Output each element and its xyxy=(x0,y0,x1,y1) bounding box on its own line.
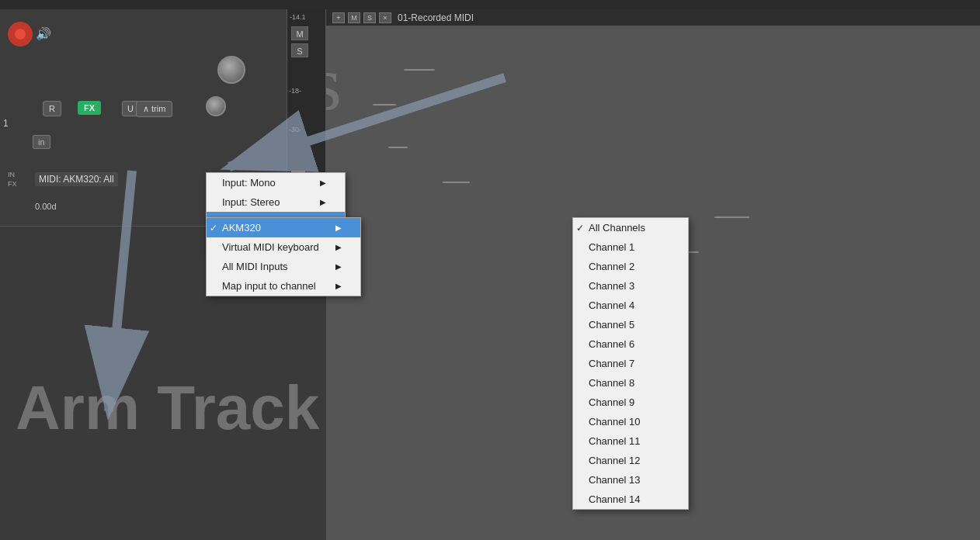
menu-item-ch4[interactable]: Channel 4 xyxy=(573,296,688,315)
virtual-midi-label: Virtual MIDI keyboard xyxy=(222,241,319,253)
submenu-arrow-virtual: ▶ xyxy=(335,243,342,251)
menu-item-stereo[interactable]: Input: Stereo ▶ xyxy=(207,192,345,212)
menu-item-mono[interactable]: Input: Mono ▶ xyxy=(207,173,345,192)
menu-item-stereo-label: Input: Stereo xyxy=(222,196,280,208)
s-solo-button[interactable]: S xyxy=(291,43,308,57)
ch8-label: Channel 8 xyxy=(589,377,634,389)
ch13-label: Channel 13 xyxy=(589,474,641,486)
ch10-label: Channel 10 xyxy=(589,416,641,428)
menu-item-ch1[interactable]: Channel 1 xyxy=(573,237,688,257)
note-line xyxy=(404,69,435,71)
menu-item-ch14[interactable]: Channel 14 xyxy=(573,490,688,509)
submenu-arrow-map: ▶ xyxy=(335,282,342,290)
ch11-label: Channel 11 xyxy=(589,435,641,447)
all-midi-label: All MIDI Inputs xyxy=(222,261,288,272)
all-channels-label: All Channels xyxy=(589,222,645,234)
context-submenu-channels: ✓ All Channels Channel 1 Channel 2 Chann… xyxy=(572,217,689,510)
x-icon: × xyxy=(379,12,391,23)
midi-editor-header: + M S × 01-Recorded MIDI xyxy=(326,9,980,26)
menu-item-ch12[interactable]: Channel 12 xyxy=(573,451,688,470)
ch12-label: Channel 12 xyxy=(589,455,641,466)
submenu-arrow-akm: ▶ xyxy=(335,223,342,232)
check-akm320: ✓ xyxy=(210,223,217,234)
menu-item-virtual-midi[interactable]: Virtual MIDI keyboard ▶ xyxy=(207,237,360,257)
top-bar xyxy=(0,0,980,9)
plus-icon: + xyxy=(332,12,345,23)
in-button[interactable]: in xyxy=(33,135,50,149)
ch4-label: Channel 4 xyxy=(589,299,634,311)
menu-item-ch9[interactable]: Channel 9 xyxy=(573,393,688,412)
speaker-icon: 🔊 xyxy=(36,26,51,41)
midi-input-label[interactable]: MIDI: AKM320: All xyxy=(35,172,118,186)
note-line xyxy=(373,104,396,106)
db-label-top: -14.1 xyxy=(290,13,306,21)
m-mute-button[interactable]: M xyxy=(291,26,308,40)
menu-item-ch10[interactable]: Channel 10 xyxy=(573,412,688,431)
record-button[interactable] xyxy=(8,22,33,47)
check-all-channels: ✓ xyxy=(576,223,584,234)
menu-item-ch8[interactable]: Channel 8 xyxy=(573,373,688,393)
menu-item-akm320[interactable]: ✓ AKM320 ▶ xyxy=(207,218,360,237)
r-button[interactable]: R xyxy=(43,101,61,116)
trim-knob[interactable] xyxy=(206,96,226,116)
menu-item-ch2[interactable]: Channel 2 xyxy=(573,257,688,276)
ch3-label: Channel 3 xyxy=(589,280,634,292)
note-line xyxy=(714,216,749,218)
volume-display: 0.00d xyxy=(35,202,57,211)
track-number: 1 xyxy=(3,118,9,129)
fx-button[interactable]: FX xyxy=(78,101,101,115)
db-label-30: -30- xyxy=(289,126,301,133)
submenu-arrow-all-midi: ▶ xyxy=(335,262,342,271)
ch6-label: Channel 6 xyxy=(589,338,634,350)
menu-item-ch13[interactable]: Channel 13 xyxy=(573,470,688,490)
ch1-label: Channel 1 xyxy=(589,241,634,253)
menu-item-ch11[interactable]: Channel 11 xyxy=(573,431,688,451)
ch5-label: Channel 5 xyxy=(589,319,634,331)
trim-button[interactable]: ∧trim xyxy=(136,101,172,117)
header-icons: + M S × xyxy=(332,12,391,23)
menu-item-mono-label: Input: Mono xyxy=(222,177,276,189)
record-indicator xyxy=(15,29,26,40)
in-fx-label: IN FX xyxy=(8,171,17,189)
akm320-label: AKM320 xyxy=(222,222,261,234)
menu-item-ch7[interactable]: Channel 7 xyxy=(573,354,688,373)
submenu-arrow-stereo: ▶ xyxy=(320,198,326,206)
menu-item-ch6[interactable]: Channel 6 xyxy=(573,334,688,354)
s-icon: S xyxy=(363,12,376,23)
context-submenu-devices: ✓ AKM320 ▶ Virtual MIDI keyboard ▶ All M… xyxy=(206,217,361,296)
menu-item-all-midi[interactable]: All MIDI Inputs ▶ xyxy=(207,257,360,276)
volume-knob[interactable] xyxy=(217,56,245,84)
menu-item-ch3[interactable]: Channel 3 xyxy=(573,276,688,296)
ch14-label: Channel 14 xyxy=(589,493,641,505)
m-icon: M xyxy=(348,12,360,23)
menu-item-ch5[interactable]: Channel 5 xyxy=(573,315,688,334)
menu-item-map-channel[interactable]: Map input to channel ▶ xyxy=(207,276,360,296)
db-label-18: -18- xyxy=(289,87,301,95)
menu-item-all-channels[interactable]: ✓ All Channels xyxy=(573,218,688,237)
ch2-label: Channel 2 xyxy=(589,261,634,272)
midi-title: 01-Recorded MIDI xyxy=(398,12,474,23)
ch9-label: Channel 9 xyxy=(589,396,634,408)
map-channel-label: Map input to channel xyxy=(222,280,316,292)
ch7-label: Channel 7 xyxy=(589,358,634,369)
note-line xyxy=(443,182,470,183)
note-line xyxy=(388,147,408,148)
submenu-arrow-mono: ▶ xyxy=(320,178,326,187)
